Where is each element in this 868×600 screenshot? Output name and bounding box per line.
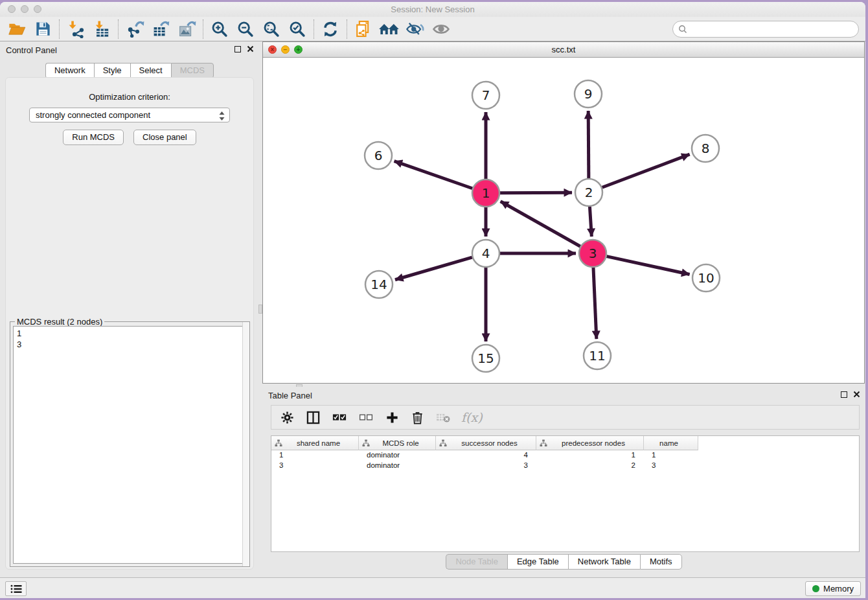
column-header-shared-name[interactable]: shared name — [271, 436, 359, 450]
table-cell[interactable]: 1 — [536, 450, 644, 461]
float-table-panel-icon[interactable] — [841, 391, 847, 398]
memory-label: Memory — [823, 584, 854, 594]
show-panels-button[interactable] — [428, 18, 454, 40]
graph-node-15[interactable]: 15 — [472, 345, 499, 372]
window-title: Session: New Session — [0, 5, 865, 14]
add-column-button[interactable] — [385, 411, 399, 424]
vertical-splitter-handle[interactable] — [258, 305, 262, 314]
deselect-all-columns-button[interactable] — [359, 412, 373, 422]
export-table-button[interactable] — [148, 18, 174, 40]
graph-node-3[interactable]: 3 — [579, 240, 606, 267]
close-table-panel-icon[interactable] — [853, 391, 860, 398]
graph-node-1[interactable]: 1 — [472, 179, 499, 207]
import-table-button[interactable] — [89, 18, 115, 40]
close-panel-button[interactable]: Close panel — [133, 130, 196, 145]
open-file-button[interactable] — [4, 18, 30, 40]
home-layout-button[interactable] — [376, 18, 402, 40]
run-mcds-button[interactable]: Run MCDS — [63, 130, 124, 145]
column-header-successor-nodes[interactable]: successor nodes — [436, 436, 536, 450]
column-header-label: MCDS role — [370, 439, 435, 447]
graph-edge-3-10[interactable] — [606, 257, 689, 275]
graph-node-10[interactable]: 10 — [692, 264, 720, 292]
table-cell[interactable]: 3 — [436, 461, 536, 471]
mcds-result-group: MCDS result (2 nodes) 1 3 — [10, 321, 250, 567]
graph-edge-4-14[interactable] — [395, 257, 472, 280]
mcds-result-text[interactable]: 1 3 — [13, 326, 247, 564]
zoom-out-button[interactable] — [233, 18, 258, 40]
hide-panels-button[interactable] — [402, 18, 428, 40]
import-table-icon — [93, 19, 111, 38]
close-panel-icon[interactable] — [247, 45, 254, 52]
apply-layout-button[interactable] — [317, 18, 343, 40]
graph-node-label: 9 — [584, 86, 593, 102]
table-cell[interactable]: dominator — [359, 461, 436, 471]
graph-node-9[interactable]: 9 — [575, 80, 602, 108]
column-type-icon — [439, 439, 447, 447]
graph-edge-2-3[interactable] — [589, 207, 591, 237]
table-row[interactable]: 1dominator411 — [271, 450, 859, 461]
memory-button[interactable]: Memory — [805, 581, 861, 596]
zoom-in-button[interactable] — [207, 18, 233, 40]
graph-node-2[interactable]: 2 — [575, 179, 602, 206]
toolbar-separator — [314, 19, 314, 39]
tab-edge-table[interactable]: Edge Table — [507, 554, 568, 570]
tab-node-table[interactable]: Node Table — [446, 554, 507, 570]
column-header-MCDS-role[interactable]: MCDS role — [359, 436, 436, 450]
tab-motifs[interactable]: Motifs — [640, 554, 682, 570]
column-header-label: name — [644, 439, 698, 447]
column-header-label: successor nodes — [447, 439, 536, 447]
graph-node-11[interactable]: 11 — [584, 342, 611, 369]
result-scrollbar[interactable] — [242, 322, 249, 566]
table-settings-button[interactable] — [280, 411, 294, 424]
graph-node-6[interactable]: 6 — [365, 142, 392, 169]
graph-node-7[interactable]: 7 — [472, 82, 499, 109]
save-session-button[interactable] — [30, 18, 56, 40]
graph-node-label: 3 — [589, 246, 597, 261]
tab-mcds[interactable]: MCDS — [171, 63, 214, 78]
graph-node-4[interactable]: 4 — [472, 240, 499, 267]
search-input[interactable] — [672, 21, 859, 38]
graph-edge-2-8[interactable] — [602, 154, 690, 187]
tab-network[interactable]: Network — [45, 63, 94, 78]
graph-node-8[interactable]: 8 — [692, 135, 719, 162]
table-cell[interactable]: 3 — [644, 461, 698, 471]
open-folder-icon — [8, 20, 26, 38]
float-panel-icon[interactable] — [234, 46, 241, 52]
import-network-button[interactable] — [63, 18, 89, 40]
table-cell[interactable]: dominator — [359, 450, 436, 461]
network-view-title: scc.txt — [263, 45, 864, 54]
graph-edge-1-2[interactable] — [500, 192, 572, 193]
table-cell[interactable]: 4 — [436, 450, 536, 461]
optimization-criterion-select[interactable]: strongly connected component — [29, 108, 230, 122]
select-all-columns-button[interactable] — [332, 412, 347, 422]
graph-edge-2-9[interactable] — [588, 111, 589, 178]
main-area: Control Panel Network Style Select MCDS … — [0, 41, 865, 579]
table-cell[interactable]: 2 — [536, 461, 644, 471]
delete-columns-button[interactable] — [411, 411, 424, 424]
graph-node-14[interactable]: 14 — [365, 271, 393, 298]
network-canvas[interactable]: 7968124314101511 — [263, 58, 864, 383]
graph-edge-1-6[interactable] — [394, 161, 473, 189]
delete-table-button[interactable] — [436, 412, 451, 423]
export-network-button[interactable] — [122, 18, 148, 40]
tab-network-table[interactable]: Network Table — [568, 554, 640, 570]
tab-style[interactable]: Style — [94, 63, 130, 78]
zoom-fit-button[interactable] — [258, 18, 284, 40]
table-row[interactable]: 3dominator323 — [271, 461, 859, 471]
table-toolbar: f(x) — [271, 405, 860, 430]
table-cell[interactable]: 1 — [644, 450, 698, 461]
table-cell[interactable]: 1 — [271, 450, 359, 461]
graph-edge-3-11[interactable] — [593, 268, 597, 339]
task-history-button[interactable] — [5, 581, 27, 596]
graph-edge-3-1[interactable] — [501, 202, 580, 246]
function-builder-button[interactable]: f(x) — [461, 410, 483, 424]
zoom-selected-button[interactable] — [284, 18, 310, 40]
create-network-view-button[interactable] — [350, 18, 376, 40]
export-image-button[interactable] — [174, 18, 200, 40]
column-header-predecessor-nodes[interactable]: predecessor nodes — [536, 436, 644, 450]
column-header-name[interactable]: name — [644, 436, 698, 450]
tab-select[interactable]: Select — [130, 63, 171, 78]
node-table-header: shared nameMCDS rolesuccessor nodesprede… — [271, 436, 859, 450]
table-cell[interactable]: 3 — [271, 461, 359, 471]
split-panel-button[interactable] — [306, 411, 320, 424]
